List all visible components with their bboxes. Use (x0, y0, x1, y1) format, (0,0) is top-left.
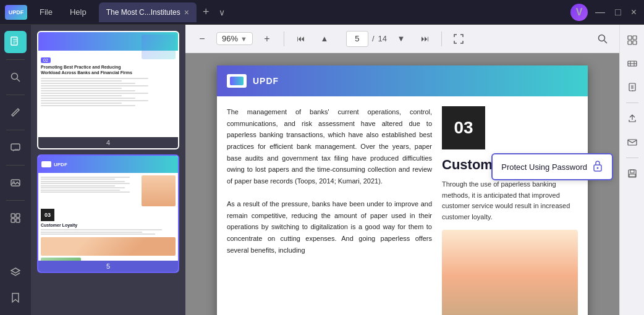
main-layout: 02 Promoting Best Practice and Reducing … (0, 25, 644, 315)
thumb4-line-3 (41, 83, 135, 84)
active-tab[interactable]: The Most C...Institutes × (99, 2, 197, 22)
zoom-out-button[interactable]: − (193, 30, 211, 48)
thumb-4-content: 02 Promoting Best Practice and Reducing … (38, 32, 178, 137)
toolbar: − 96% ▼ + ⏮ ▲ / 14 ▼ ⏭ (185, 25, 619, 53)
page-total: 14 (378, 34, 387, 43)
pdf-page: UPDF The management of banks' current op… (217, 65, 588, 315)
right-actions (619, 25, 644, 315)
page-input[interactable] (346, 31, 368, 47)
zoom-in-button[interactable]: + (258, 30, 276, 48)
zoom-dropdown-button[interactable]: ▼ (240, 35, 247, 43)
sidebar-divider-2 (6, 94, 25, 95)
window-minimize[interactable]: — (593, 7, 608, 18)
pdf-section-number: 03 (442, 106, 485, 149)
toolbar-right (593, 30, 612, 48)
pdf-header-bar: UPDF (217, 65, 588, 96)
pdf-left-col: The management of banks' current operati… (227, 106, 432, 315)
tab-area: The Most C...Institutes × + ∨ (99, 2, 566, 22)
svg-rect-18 (633, 36, 637, 40)
sidebar-divider-4 (6, 165, 25, 166)
new-tab-button[interactable]: + (199, 6, 213, 19)
thumb5-body: 03 Customer Loyalty (38, 173, 178, 261)
pdf-logo-box (227, 74, 247, 88)
protect-password-button[interactable]: Protect Using Password (491, 153, 613, 180)
title-bar: UPDF File Help The Most C...Institutes ×… (0, 0, 644, 25)
thumb4-lines (41, 78, 176, 106)
svg-point-13 (599, 35, 605, 41)
thumbnail-panel[interactable]: 02 Promoting Best Practice and Reducing … (31, 25, 185, 315)
thumb4-line-9 (41, 98, 135, 99)
pdf-body: The management of banks' current operati… (217, 96, 588, 315)
svg-rect-1 (13, 39, 17, 40)
sidebar-icon-comment[interactable] (4, 136, 27, 159)
thumbnail-page-4[interactable]: 02 Promoting Best Practice and Reducing … (37, 31, 179, 149)
thumb4-line-8 (41, 95, 122, 96)
right-action-ocr[interactable] (623, 54, 642, 73)
sidebar-divider-5 (6, 200, 25, 201)
zoom-display: 96% ▼ (216, 32, 253, 45)
thumb4-line-10 (41, 100, 148, 101)
thumb4-line-7 (41, 93, 148, 94)
right-action-share[interactable] (623, 109, 642, 128)
sidebar-icon-image[interactable] (4, 172, 27, 194)
svg-rect-19 (628, 41, 632, 44)
page-next-button[interactable]: ▼ (392, 30, 410, 48)
right-action-divider-1 (626, 103, 638, 103)
svg-rect-30 (629, 170, 636, 177)
right-action-save[interactable] (623, 164, 642, 183)
page-last-button[interactable]: ⏭ (415, 30, 434, 48)
thumbnail-page-5[interactable]: UPDF (37, 154, 179, 273)
menu-help[interactable]: Help (62, 5, 94, 19)
window-maximize[interactable]: □ (612, 7, 624, 18)
thumb4-line-4 (41, 85, 148, 86)
right-action-send[interactable] (623, 133, 642, 151)
pdf-area: UPDF The management of banks' current op… (185, 53, 619, 315)
toolbar-divider-2 (441, 32, 442, 46)
thumb5-text-col (41, 175, 140, 206)
pdf-customer-image (442, 230, 578, 315)
svg-line-5 (17, 79, 20, 82)
menu-bar: File Help (32, 5, 94, 19)
tab-close-button[interactable]: × (184, 7, 189, 17)
pdf-face (442, 230, 578, 315)
page-prev-button[interactable]: ▲ (315, 30, 334, 48)
right-action-extract[interactable] (623, 78, 642, 96)
svg-rect-12 (16, 219, 20, 222)
thumb4-image (142, 35, 176, 59)
thumb5-col-layout (41, 175, 176, 206)
sidebar-icon-layers[interactable] (4, 261, 27, 283)
svg-rect-17 (628, 36, 632, 40)
thumb4-body: 02 Promoting Best Practice and Reducing … (38, 51, 178, 110)
page-first-button[interactable]: ⏮ (292, 30, 310, 48)
thumb4-line-1 (41, 78, 148, 79)
window-close[interactable]: × (629, 7, 639, 18)
menu-file[interactable]: File (32, 5, 60, 19)
thumb4-line-2 (41, 80, 122, 82)
search-button[interactable] (593, 30, 612, 48)
thumb4-line-11 (41, 103, 122, 104)
thumb4-title: Promoting Best Practice and Reducing Wor… (41, 64, 139, 75)
fit-screen-button[interactable] (449, 30, 468, 48)
svg-rect-3 (13, 43, 15, 43)
protect-password-label: Protect Using Password (501, 162, 587, 172)
thumb-5-content: UPDF (38, 156, 178, 261)
svg-point-16 (597, 167, 599, 169)
sidebar-icon-search[interactable] (4, 66, 27, 88)
pdf-right-col: 03 Customer Loyalty Through the use of p… (442, 106, 578, 315)
page-separator: / (372, 34, 375, 43)
thumb5-num: UPDF (54, 162, 67, 167)
sidebar-icon-edit[interactable] (4, 101, 27, 124)
avatar: V (570, 4, 588, 21)
tab-label: The Most C...Institutes (106, 8, 180, 17)
sidebar-icon-organize[interactable] (4, 207, 27, 229)
thumb5-header: UPDF (38, 156, 178, 173)
sidebar-divider-1 (6, 59, 25, 60)
sidebar-icon-bookmark[interactable] (4, 287, 27, 309)
svg-rect-20 (633, 41, 637, 44)
svg-rect-10 (16, 214, 20, 217)
right-action-grid[interactable] (623, 31, 642, 49)
pdf-paragraph-2: As a result of the pressure, banks have … (227, 198, 432, 256)
pdf-brand: UPDF (253, 76, 279, 86)
sidebar-icon-pages[interactable] (4, 31, 27, 53)
tab-overflow-button[interactable]: ∨ (215, 7, 229, 17)
